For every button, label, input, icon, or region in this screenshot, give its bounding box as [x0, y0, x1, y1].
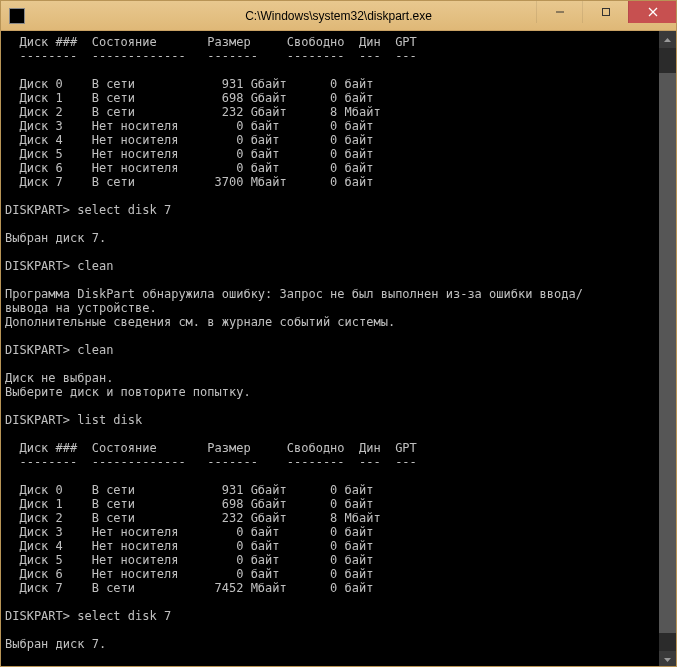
scrollbar-track[interactable]: [659, 48, 676, 651]
vertical-scrollbar[interactable]: [659, 31, 676, 667]
svg-rect-1: [602, 9, 609, 16]
svg-marker-5: [664, 658, 671, 662]
window-titlebar: C:\Windows\system32\diskpart.exe: [1, 1, 676, 31]
svg-marker-4: [664, 38, 671, 42]
window-controls: [536, 1, 676, 23]
scroll-up-button[interactable]: [659, 31, 676, 48]
close-button[interactable]: [628, 1, 676, 23]
terminal-container: Диск ### Состояние Размер Свободно Дин G…: [1, 31, 676, 667]
maximize-button[interactable]: [582, 1, 628, 23]
app-icon: [9, 8, 25, 24]
terminal-output[interactable]: Диск ### Состояние Размер Свободно Дин G…: [1, 31, 660, 667]
minimize-button[interactable]: [536, 1, 582, 23]
scrollbar-thumb[interactable]: [659, 73, 676, 633]
scroll-down-button[interactable]: [659, 651, 676, 667]
